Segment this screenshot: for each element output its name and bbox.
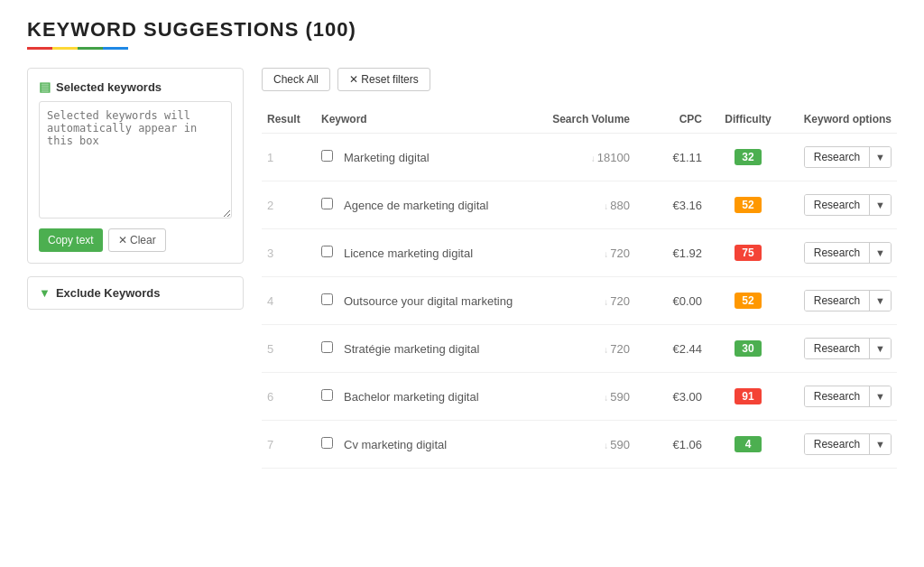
research-button[interactable]: Research: [805, 291, 869, 311]
row-number: 2: [262, 181, 316, 229]
row-difficulty: 4: [707, 421, 789, 469]
research-btn-group: Research ▼: [804, 386, 892, 407]
row-checkbox-cell[interactable]: [316, 134, 338, 181]
exclude-keywords-label: Exclude Keywords: [56, 286, 161, 300]
row-options: Research ▼: [789, 421, 897, 469]
row-checkbox-cell[interactable]: [316, 229, 338, 277]
col-header-sv: Search Volume: [536, 106, 635, 134]
row-number: 3: [262, 229, 316, 277]
research-dropdown-button[interactable]: ▼: [869, 339, 891, 358]
row-number: 4: [262, 277, 316, 325]
difficulty-badge: 32: [735, 149, 762, 165]
row-keyword: Stratégie marketing digital: [338, 325, 536, 373]
row-options: Research ▼: [789, 134, 897, 181]
difficulty-badge: 91: [735, 388, 762, 404]
difficulty-badge: 52: [735, 293, 762, 309]
title-count: (100): [305, 18, 356, 41]
row-checkbox[interactable]: [321, 341, 333, 353]
row-number: 5: [262, 325, 316, 373]
research-btn-group: Research ▼: [804, 433, 892, 455]
research-btn-group: Research ▼: [804, 290, 892, 311]
row-options: Research ▼: [789, 325, 897, 373]
row-difficulty: 91: [707, 373, 789, 421]
selected-keywords-box: ▤ Selected keywords Copy text ✕ Clear: [27, 68, 244, 264]
research-dropdown-button[interactable]: ▼: [869, 386, 891, 406]
row-checkbox[interactable]: [321, 293, 333, 305]
row-checkbox-cell[interactable]: [316, 181, 338, 229]
research-dropdown-button[interactable]: ▼: [869, 291, 891, 311]
sv-trend-icon: ↓: [604, 345, 608, 355]
row-difficulty: 52: [707, 181, 789, 229]
row-keyword: Marketing digital: [338, 134, 536, 181]
exclude-keywords-header[interactable]: ▼ Exclude Keywords: [39, 286, 232, 300]
row-number: 1: [262, 134, 316, 181]
col-header-result: Result: [262, 106, 316, 134]
selected-keywords-textarea[interactable]: [39, 101, 232, 218]
page-title: KEYWORD SUGGESTIONS (100): [27, 18, 897, 42]
left-panel: ▤ Selected keywords Copy text ✕ Clear ▼ …: [27, 68, 244, 469]
col-header-difficulty: Difficulty: [707, 106, 789, 134]
table-header: Result Keyword Search Volume CPC Difficu…: [262, 106, 897, 134]
row-search-volume: ↓18100: [536, 134, 635, 181]
row-difficulty: 52: [707, 277, 789, 325]
row-keyword: Agence de marketing digital: [338, 181, 536, 229]
research-button[interactable]: Research: [805, 339, 869, 358]
row-checkbox[interactable]: [321, 246, 333, 257]
sv-trend-icon: ↓: [591, 153, 596, 163]
clear-button[interactable]: ✕ Clear: [108, 228, 166, 252]
table-row: 6 Bachelor marketing digital ↓590 €3.00 …: [262, 373, 897, 421]
row-search-volume: ↓590: [536, 421, 635, 469]
research-button[interactable]: Research: [805, 147, 869, 167]
research-dropdown-button[interactable]: ▼: [869, 195, 891, 215]
row-keyword: Cv marketing digital: [338, 421, 536, 469]
right-panel: Check All ✕ Reset filters Result Keyword…: [262, 68, 897, 469]
row-search-volume: ↓720: [536, 277, 635, 325]
col-header-keyword-options: Keyword options: [789, 106, 897, 134]
row-cpc: €2.44: [635, 325, 707, 373]
research-dropdown-button[interactable]: ▼: [869, 147, 891, 167]
table-row: 5 Stratégie marketing digital ↓720 €2.44…: [262, 325, 897, 373]
row-options: Research ▼: [789, 373, 897, 421]
keywords-icon: ▤: [39, 79, 51, 94]
exclude-keywords-box[interactable]: ▼ Exclude Keywords: [27, 276, 244, 310]
research-btn-group: Research ▼: [804, 338, 892, 359]
research-button[interactable]: Research: [805, 195, 869, 215]
reset-filters-button[interactable]: ✕ Reset filters: [337, 68, 430, 91]
row-cpc: €1.92: [635, 229, 707, 277]
row-checkbox[interactable]: [321, 437, 333, 449]
row-checkbox[interactable]: [321, 198, 333, 209]
title-underline: [27, 47, 897, 50]
row-difficulty: 32: [707, 134, 789, 181]
toolbar: Check All ✕ Reset filters: [262, 68, 897, 91]
copy-text-button[interactable]: Copy text: [39, 228, 103, 252]
research-dropdown-button[interactable]: ▼: [869, 243, 891, 263]
row-checkbox[interactable]: [321, 389, 333, 401]
research-dropdown-button[interactable]: ▼: [869, 434, 891, 454]
row-number: 6: [262, 373, 316, 421]
table-row: 1 Marketing digital ↓18100 €1.11 32 Rese…: [262, 134, 897, 181]
research-button[interactable]: Research: [805, 434, 869, 454]
row-checkbox[interactable]: [321, 150, 333, 162]
row-search-volume: ↓720: [536, 325, 635, 373]
table-row: 4 Outsource your digital marketing ↓720 …: [262, 277, 897, 325]
table-row: 2 Agence de marketing digital ↓880 €3.16…: [262, 181, 897, 229]
row-checkbox-cell[interactable]: [316, 277, 338, 325]
col-header-cpc: CPC: [635, 106, 707, 134]
row-cpc: €1.11: [635, 134, 707, 181]
row-checkbox-cell[interactable]: [316, 421, 338, 469]
check-all-button[interactable]: Check All: [262, 68, 330, 91]
difficulty-badge: 30: [735, 340, 762, 357]
research-button[interactable]: Research: [805, 243, 869, 263]
research-button[interactable]: Research: [805, 386, 869, 406]
table-row: 3 Licence marketing digital ↓720 €1.92 7…: [262, 229, 897, 277]
textarea-actions: Copy text ✕ Clear: [39, 228, 232, 252]
row-options: Research ▼: [789, 229, 897, 277]
row-checkbox-cell[interactable]: [316, 373, 338, 421]
row-search-volume: ↓720: [536, 229, 635, 277]
table-row: 7 Cv marketing digital ↓590 €1.06 4 Rese…: [262, 421, 897, 469]
sv-trend-icon: ↓: [604, 249, 608, 259]
table-body: 1 Marketing digital ↓18100 €1.11 32 Rese…: [262, 134, 897, 469]
row-keyword: Outsource your digital marketing: [338, 277, 536, 325]
keywords-table: Result Keyword Search Volume CPC Difficu…: [262, 106, 897, 469]
row-checkbox-cell[interactable]: [316, 325, 338, 373]
